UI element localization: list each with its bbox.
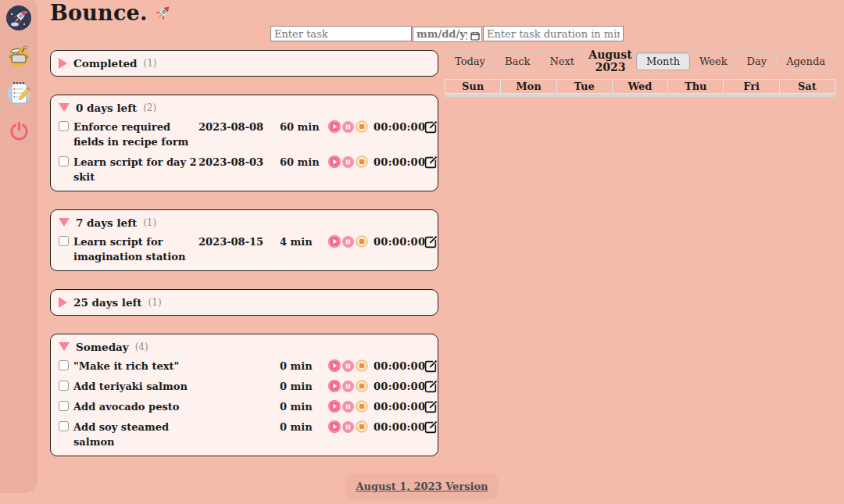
task-checkbox[interactable] bbox=[59, 381, 69, 391]
play-button[interactable] bbox=[328, 235, 341, 248]
task-row: Learn script for imagination station 202… bbox=[59, 234, 430, 264]
day-header-sun: Sun bbox=[445, 80, 500, 93]
task-row: Add avocado pesto 0 min 00:00:00 bbox=[59, 399, 430, 414]
play-button[interactable] bbox=[328, 420, 341, 433]
edit-task-button[interactable] bbox=[424, 155, 438, 169]
timer-display: 00:00:00 bbox=[374, 359, 420, 374]
task-name: Add avocado pesto bbox=[73, 399, 197, 414]
calendar-day-header-row: Sun Mon Tue Wed Thu Fri Sat bbox=[445, 79, 835, 94]
cooking-pot-icon[interactable] bbox=[5, 41, 33, 70]
pause-button[interactable] bbox=[342, 401, 354, 413]
pause-button[interactable] bbox=[342, 381, 354, 392]
stop-button[interactable] bbox=[356, 400, 368, 413]
edit-task-button[interactable] bbox=[424, 359, 438, 373]
task-row: "Make it rich text" 0 min 00:00:00 bbox=[59, 359, 430, 374]
pause-button[interactable] bbox=[342, 156, 354, 168]
day-header-wed: Wed bbox=[612, 80, 667, 93]
timer-display: 00:00:00 bbox=[374, 379, 420, 394]
collapse-triangle-icon[interactable] bbox=[59, 103, 70, 112]
collapse-triangle-icon[interactable] bbox=[59, 297, 67, 308]
group-toggle[interactable]: 7 days left (1) bbox=[59, 216, 430, 229]
play-button[interactable] bbox=[328, 155, 341, 168]
app-header: Bounce. bbox=[50, 1, 173, 25]
calendar-nav-group: Today Back Next bbox=[445, 52, 585, 70]
collapse-triangle-icon[interactable] bbox=[59, 218, 70, 227]
calendar-view-day[interactable]: Day bbox=[737, 52, 778, 70]
pause-button[interactable] bbox=[342, 421, 354, 433]
rocket-logo-icon[interactable] bbox=[5, 4, 33, 32]
task-name-input[interactable] bbox=[270, 26, 412, 41]
group-toggle[interactable]: 0 days left (2) bbox=[59, 101, 430, 114]
timer-controls bbox=[328, 420, 372, 433]
task-name: Learn script for day 2 skit bbox=[73, 155, 197, 184]
task-group-25-days: 25 days left (1) bbox=[50, 289, 438, 316]
group-toggle[interactable]: Someday (4) bbox=[59, 340, 430, 353]
stop-button[interactable] bbox=[356, 155, 368, 168]
play-button[interactable] bbox=[328, 400, 341, 413]
group-name: Completed bbox=[73, 57, 137, 70]
timer-controls bbox=[328, 359, 372, 372]
task-checkbox[interactable] bbox=[59, 401, 69, 411]
version-button[interactable]: August 1, 2023 Version bbox=[345, 474, 498, 499]
task-group-7-days: 7 days left (1) Learn script for imagina… bbox=[50, 209, 438, 271]
edit-task-button[interactable] bbox=[424, 120, 438, 134]
timer-display: 00:00:00 bbox=[374, 234, 420, 249]
timer-controls bbox=[328, 399, 372, 413]
task-duration: 0 min bbox=[280, 399, 327, 414]
group-count: (1) bbox=[143, 217, 156, 228]
calendar-view-week[interactable]: Week bbox=[689, 52, 738, 70]
stop-button[interactable] bbox=[356, 420, 368, 433]
sidebar bbox=[0, 0, 38, 493]
edit-task-button[interactable] bbox=[424, 380, 438, 393]
task-name: Add soy steamed salmon bbox=[73, 420, 197, 449]
calendar-next-button[interactable]: Next bbox=[539, 52, 585, 70]
task-duration: 4 min bbox=[280, 234, 327, 249]
stop-button[interactable] bbox=[356, 380, 368, 392]
calendar: Today Back Next August 2023 Month Week D… bbox=[445, 48, 835, 97]
calendar-today-button[interactable]: Today bbox=[445, 52, 495, 70]
timer-controls bbox=[328, 234, 372, 248]
edit-task-button[interactable] bbox=[424, 400, 438, 413]
task-duration: 0 min bbox=[280, 379, 327, 394]
stop-button[interactable] bbox=[356, 359, 368, 372]
task-date: 2023-08-15 bbox=[198, 234, 278, 249]
task-duration: 0 min bbox=[280, 359, 327, 374]
task-duration-input[interactable] bbox=[483, 26, 624, 41]
task-checkbox[interactable] bbox=[59, 360, 69, 370]
task-name: Learn script for imagination station bbox=[73, 234, 197, 264]
edit-task-button[interactable] bbox=[424, 235, 438, 248]
timer-display: 00:00:00 bbox=[374, 420, 420, 434]
play-button[interactable] bbox=[328, 120, 341, 133]
pause-button[interactable] bbox=[342, 360, 354, 372]
task-duration: 60 min bbox=[280, 120, 327, 134]
play-button[interactable] bbox=[328, 359, 341, 372]
task-row: Enforce required fields in recipe form 2… bbox=[59, 120, 430, 149]
task-checkbox[interactable] bbox=[59, 121, 69, 131]
group-name: 0 days left bbox=[76, 102, 137, 114]
calendar-view-agenda[interactable]: Agenda bbox=[776, 52, 835, 70]
collapse-triangle-icon[interactable] bbox=[59, 342, 70, 351]
pause-button[interactable] bbox=[342, 236, 354, 248]
task-date-input[interactable] bbox=[413, 27, 482, 42]
edit-task-button[interactable] bbox=[424, 420, 438, 434]
power-icon[interactable] bbox=[5, 116, 33, 145]
play-button[interactable] bbox=[328, 380, 341, 392]
task-name: Enforce required fields in recipe form bbox=[73, 120, 197, 149]
collapse-triangle-icon[interactable] bbox=[59, 58, 67, 69]
group-name: 25 days left bbox=[73, 296, 142, 309]
task-checkbox[interactable] bbox=[59, 236, 69, 246]
pause-button[interactable] bbox=[342, 121, 354, 133]
task-checkbox[interactable] bbox=[59, 421, 69, 431]
calendar-toolbar: Today Back Next August 2023 Month Week D… bbox=[445, 48, 835, 73]
notepad-icon[interactable] bbox=[5, 79, 33, 107]
group-toggle[interactable]: Completed (1) bbox=[59, 56, 430, 70]
calendar-back-button[interactable]: Back bbox=[495, 52, 540, 70]
timer-display: 00:00:00 bbox=[374, 399, 420, 414]
timer-controls bbox=[328, 379, 372, 392]
calendar-view-month[interactable]: Month bbox=[636, 52, 690, 70]
group-toggle[interactable]: 25 days left (1) bbox=[59, 295, 430, 309]
day-header-mon: Mon bbox=[500, 80, 556, 93]
task-checkbox[interactable] bbox=[59, 156, 69, 166]
stop-button[interactable] bbox=[356, 235, 368, 248]
stop-button[interactable] bbox=[356, 120, 368, 133]
